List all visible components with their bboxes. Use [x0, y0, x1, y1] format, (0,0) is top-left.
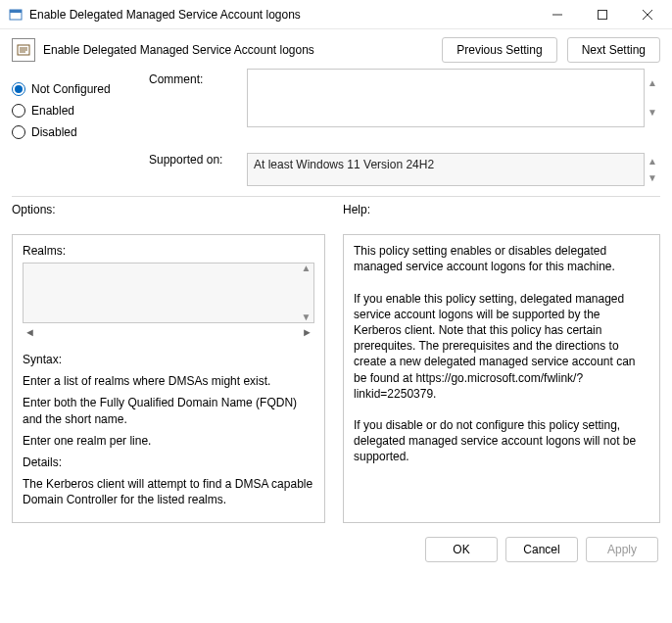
chevron-down-icon: ▼: [645, 98, 660, 127]
realms-label: Realms:: [23, 243, 314, 259]
radio-label: Enabled: [31, 104, 74, 118]
realms-input[interactable]: ▲ ▼: [23, 263, 314, 323]
comment-scroll[interactable]: ▲ ▼: [645, 69, 660, 127]
radio-icon: [12, 104, 25, 118]
state-radio-group: Not Configured Enabled Disabled: [12, 69, 149, 147]
page-title: Enable Delegated Managed Service Account…: [43, 43, 314, 57]
apply-button[interactable]: Apply: [586, 537, 658, 562]
supported-on-value: At least Windows 11 Version 24H2: [247, 153, 645, 186]
policy-icon: [12, 38, 35, 62]
cancel-button[interactable]: Cancel: [505, 537, 578, 562]
titlebar: Enable Delegated Managed Service Account…: [0, 0, 672, 29]
app-icon: [8, 7, 24, 23]
realms-hscroll[interactable]: ◄ ►: [23, 325, 314, 340]
options-panel: Realms: ▲ ▼ ◄ ► Syntax: Enter a list of …: [12, 234, 325, 523]
ok-button[interactable]: OK: [425, 537, 498, 562]
close-button[interactable]: [625, 0, 670, 29]
supported-scroll[interactable]: ▲ ▼: [645, 153, 660, 186]
chevron-up-icon: ▲: [645, 69, 660, 98]
details-text: The Kerberos client will attempt to find…: [23, 476, 314, 507]
radio-not-configured[interactable]: Not Configured: [12, 82, 149, 96]
comment-input[interactable]: [247, 69, 645, 127]
help-panel: This policy setting enables or disables …: [343, 234, 660, 523]
next-setting-button[interactable]: Next Setting: [567, 37, 660, 63]
radio-disabled[interactable]: Disabled: [12, 125, 149, 139]
svg-rect-3: [599, 10, 607, 19]
chevron-left-icon: ◄: [24, 325, 35, 340]
divider: [12, 196, 660, 197]
dialog-footer: OK Cancel Apply: [0, 529, 672, 572]
syntax-block: Syntax: Enter a list of realms where DMS…: [23, 346, 314, 514]
options-heading: Options:: [12, 203, 325, 216]
syntax-label: Syntax:: [23, 352, 314, 367]
maximize-button[interactable]: [580, 0, 625, 29]
supported-text: At least Windows 11 Version 24H2: [254, 158, 434, 171]
help-heading: Help:: [343, 203, 660, 216]
window-title: Enable Delegated Managed Service Account…: [29, 8, 535, 22]
syntax-text: Enter a list of realms where DMSAs might…: [23, 373, 314, 389]
radio-icon: [12, 82, 25, 96]
chevron-up-icon: ▲: [299, 264, 313, 293]
chevron-down-icon: ▼: [645, 169, 660, 186]
radio-label: Not Configured: [31, 82, 111, 96]
chevron-right-icon: ►: [302, 325, 312, 340]
chevron-down-icon: ▼: [299, 293, 313, 322]
comment-label: Comment:: [149, 69, 237, 127]
chevron-up-icon: ▲: [645, 153, 660, 169]
syntax-text: Enter one realm per line.: [23, 433, 314, 449]
syntax-text: Enter both the Fully Qualified Domain Na…: [23, 395, 314, 426]
radio-label: Disabled: [31, 125, 77, 139]
previous-setting-button[interactable]: Previous Setting: [442, 37, 556, 63]
supported-label: Supported on:: [149, 153, 237, 167]
details-label: Details:: [23, 455, 314, 470]
svg-rect-1: [10, 10, 22, 13]
minimize-button[interactable]: [535, 0, 580, 29]
radio-enabled[interactable]: Enabled: [12, 104, 149, 118]
radio-icon: [12, 125, 25, 139]
